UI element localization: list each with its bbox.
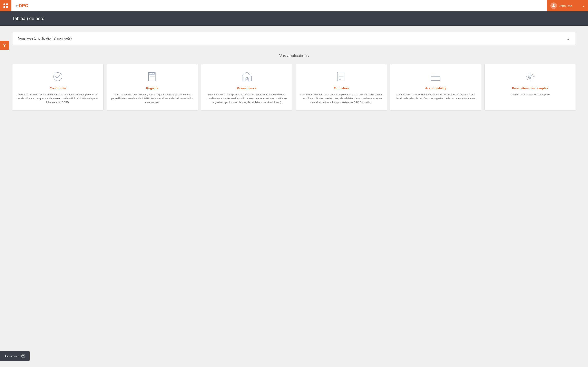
app-desc-registre: Tenue du registre de traitement, avec ch…: [111, 93, 194, 105]
svg-rect-8: [242, 76, 251, 81]
user-menu-button[interactable]: John Doe ⌄: [547, 0, 588, 11]
svg-rect-10: [244, 78, 245, 81]
document-list-icon: [146, 70, 159, 83]
notification-chevron-icon: ⌄: [566, 36, 570, 41]
app-name-registre: Registre: [146, 86, 158, 90]
question-mark-icon: ?: [3, 43, 6, 48]
svg-rect-12: [246, 77, 247, 79]
grid-icon: [3, 3, 8, 8]
user-avatar: [550, 2, 557, 9]
app-name-formation: Formation: [334, 86, 349, 90]
folder-icon: [429, 70, 442, 83]
person-icon: [552, 4, 556, 8]
svg-rect-7: [153, 72, 155, 74]
app-name-gouvernance: Gouvernance: [237, 86, 257, 90]
app-desc-gouvernance: Mise en oeuvre de dispositifs de conform…: [205, 93, 288, 105]
gear-icon: [524, 70, 537, 83]
help-float-button[interactable]: ?: [0, 41, 9, 50]
app-desc-accountability: Centralisation de la totalité des docume…: [394, 93, 477, 100]
app-desc-conformite: Auto-évaluation de la conformité à trave…: [16, 93, 100, 105]
app-card-gouvernance[interactable]: Gouvernance Mise en oeuvre de dispositif…: [201, 64, 292, 110]
svg-point-20: [528, 75, 532, 79]
svg-rect-1: [148, 72, 155, 81]
app-name-parametres: Paramètres des comptes: [512, 86, 548, 90]
app-card-parametres[interactable]: Paramètres des comptes Gestion des compt…: [484, 64, 576, 110]
svg-rect-6: [151, 72, 153, 74]
svg-rect-14: [337, 72, 345, 81]
page-title: Tableau de bord: [12, 16, 576, 21]
page-title-bar: Tableau de bord: [0, 11, 588, 26]
app-card-accountability[interactable]: Accountability Centralisation de la tota…: [390, 64, 481, 110]
svg-rect-11: [248, 78, 250, 81]
app-name-accountability: Accountability: [425, 86, 446, 90]
svg-point-21: [529, 76, 531, 77]
main-content: Vous avez 1 notification(s) non lue(s) ⌄…: [0, 26, 588, 117]
svg-rect-5: [149, 72, 151, 74]
apps-section: Vos applications Conformité Auto-évaluat…: [12, 53, 576, 110]
assistance-label: Assistance: [4, 354, 19, 358]
top-navigation: my DPC John Doe ⌄: [0, 0, 588, 11]
logo-dpc-text: DPC: [19, 3, 28, 8]
checkmark-icon: [51, 70, 64, 83]
app-card-formation[interactable]: Formation Sensibilisation et formation d…: [296, 64, 387, 110]
app-card-registre[interactable]: Registre Tenue du registre de traitement…: [107, 64, 198, 110]
svg-rect-0: [54, 72, 62, 81]
apps-grid: Conformité Auto-évaluation de la conform…: [12, 64, 576, 110]
app-desc-formation: Sensibilisation et formation de vos empl…: [300, 93, 383, 105]
assistance-help-icon: ?: [21, 354, 25, 358]
app-card-conformite[interactable]: Conformité Auto-évaluation de la conform…: [12, 64, 104, 110]
logo-my-text: my: [16, 4, 18, 7]
logo-area: my DPC: [11, 3, 32, 8]
apps-section-title: Vos applications: [12, 53, 576, 58]
app-desc-parametres: Gestion des comptes de l'entreprise: [511, 93, 550, 97]
notification-text: Vous avez 1 notification(s) non lue(s): [18, 37, 72, 40]
building-icon: [240, 70, 253, 83]
grid-menu-button[interactable]: [0, 0, 11, 11]
app-name-conformite: Conformité: [50, 86, 66, 90]
svg-marker-9: [242, 72, 251, 76]
notification-bar[interactable]: Vous avez 1 notification(s) non lue(s) ⌄: [12, 32, 576, 45]
user-menu-chevron-icon: ⌄: [582, 4, 585, 7]
user-name-label: John Doe: [559, 4, 572, 8]
document-text-icon: [335, 70, 348, 83]
assistance-button[interactable]: Assistance ?: [0, 351, 30, 361]
